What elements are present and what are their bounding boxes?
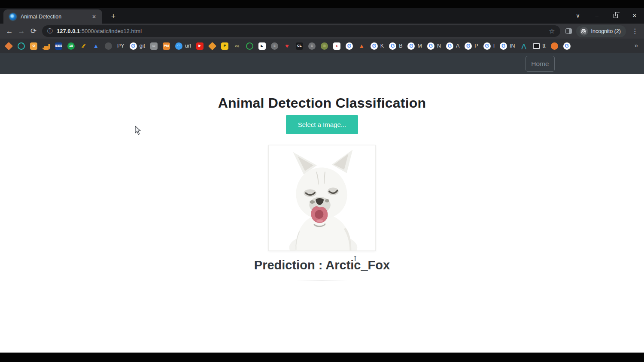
bookmark-url-cloud[interactable]: ◠url [175,42,191,50]
bookmark-google-m-icon: G [407,42,415,50]
bookmark-orange-diamond[interactable] [209,42,216,50]
bookmark-ieee[interactable]: IEEE [55,42,62,50]
bookmark-s-gray-1[interactable]: S [271,42,278,50]
url-text: 127.0.0.1:5000/static/index12.html [57,28,545,34]
bookmark-url-cloud-label: url [185,43,191,49]
bookmark-binoculars[interactable]: ∞ [234,42,241,50]
bookmark-google-ads[interactable]: ▲ [92,42,100,50]
bookmark-slides-red[interactable]: s [333,42,340,50]
tab-favicon-icon [9,13,16,20]
bookmark-orange-sun-icon [551,42,558,50]
incognito-badge: Incognito (2) [576,25,626,37]
bookmark-olive-circle-icon: ◎ [321,42,328,50]
bookmark-green-ring-icon [246,42,253,50]
tab-search-icon[interactable]: ∨ [568,9,587,23]
bookmarks-bar: G▂▄▆IEEE18∕∕▲PYGgit▭PM◠url▶P∞◣S♥CLS◎sG▲G… [0,39,644,53]
bookmark-pm-orange[interactable]: PM [163,42,170,50]
browser-toolbar: ← → ⟳ ⓘ 127.0.0.1:5000/static/index12.ht… [0,24,644,39]
bookmark-s-gray-1-icon: S [271,42,278,50]
bookmark-google-a[interactable]: GA [446,42,459,50]
bookmark-ieee-icon: IEEE [55,42,62,50]
bookmark-google-b[interactable]: GB [389,42,402,50]
bookmark-yellow-slashes-icon: ∕∕ [80,42,87,50]
bookmark-yellow-slashes[interactable]: ∕∕ [80,42,87,50]
reload-button[interactable]: ⟳ [27,25,39,37]
bookmark-slides-red-icon: s [333,42,340,50]
bookmark-google-i[interactable]: GI [483,42,495,50]
bookmark-pm-orange-icon: PM [163,42,170,50]
browser-tab-active[interactable]: Animal-Detection ✕ [3,9,102,24]
bookmarks-overflow-icon[interactable]: » [635,42,638,49]
bookmark-google-1[interactable]: G [346,42,353,50]
bookmark-google-in-icon: G [500,42,507,50]
bookmark-monitor-tt[interactable]: tt [533,43,546,49]
incognito-icon [580,27,588,36]
bookmark-google-ads-icon: ▲ [92,42,100,50]
bookmark-orange-arrow[interactable] [5,42,12,50]
bookmark-teal-ring-logo[interactable] [18,42,25,50]
bookmark-olive-circle[interactable]: ◎ [321,42,328,50]
bookmark-gray-briefcase-icon: ▭ [150,42,158,50]
bookmark-binoculars-icon: ∞ [234,42,241,50]
bookmark-teal-ring-logo-icon [18,42,25,50]
bookmark-orange-sun[interactable] [551,42,558,50]
bookmark-yellow-p[interactable]: P [221,42,228,50]
tab-close-icon[interactable]: ✕ [90,13,98,21]
bookmark-google-git-icon: G [130,42,137,50]
bookmark-orange-building[interactable]: G [30,42,37,50]
url-host: 127.0.0.1 [57,28,80,34]
bookmark-star-icon[interactable]: ☆ [549,27,555,35]
bookmark-google-k[interactable]: GK [371,42,384,50]
select-image-button[interactable]: Select a Image... [286,115,358,134]
bookmark-google-m[interactable]: GM [407,42,422,50]
page-title: Animal Detection Classification [0,95,644,111]
bookmark-bar-chart[interactable]: ▂▄▆ [43,42,50,50]
bookmark-teal-mountain[interactable]: ⋀ [520,42,528,50]
browser-menu-icon[interactable]: ⋮ [629,27,641,35]
bookmark-github[interactable] [105,42,112,50]
bookmark-yellow-p-icon: P [221,42,228,50]
divider-line [296,280,348,281]
bookmark-google-git-label: git [140,43,145,49]
url-path: :5000/static/index12.html [80,28,142,34]
forward-button[interactable]: → [15,25,27,37]
bookmark-s-gray-2-icon: S [308,42,316,50]
bookmark-google-p[interactable]: GP [465,42,478,50]
bookmark-google-git[interactable]: Ggit [130,42,145,50]
site-info-icon[interactable]: ⓘ [47,27,53,35]
arctic-fox-illustration [269,145,375,250]
bookmark-bird-logo-icon: ◣ [258,42,266,50]
window-close-button[interactable]: ✕ [625,9,644,23]
address-bar[interactable]: ⓘ 127.0.0.1:5000/static/index12.html ☆ [42,25,560,37]
window-restore-button[interactable] [606,9,625,23]
bookmark-heart-icon: ♥ [283,42,291,50]
bookmark-cl-black[interactable]: CL [296,42,303,50]
bookmark-18-badge[interactable]: 18 [67,42,75,50]
bookmark-youtube[interactable]: ▶ [196,42,204,50]
window-controls: ∨ – ✕ [568,8,644,24]
bookmark-google-in[interactable]: GIN [500,42,515,50]
bookmark-google-2[interactable]: G [563,42,571,50]
new-tab-button[interactable]: + [108,12,118,22]
bookmark-google-k-icon: G [371,42,378,50]
letterbox-top [0,0,644,8]
bookmark-google-n-label: N [437,43,441,49]
home-button[interactable]: Home [526,56,555,72]
window-minimize-button[interactable]: – [587,9,606,23]
bookmark-green-ring[interactable] [246,42,253,50]
bookmark-google-p-icon: G [465,42,472,50]
bookmark-google-i-label: I [493,43,495,49]
bookmark-github-icon [105,42,112,50]
bookmark-google-n[interactable]: GN [427,42,441,50]
back-button[interactable]: ← [3,25,15,37]
bookmark-matlab[interactable]: ▲ [358,42,365,50]
prediction-text: Prediction : Arctic_Fox [0,258,644,272]
bookmark-s-gray-2[interactable]: S [308,42,316,50]
bookmark-heart[interactable]: ♥ [283,42,291,50]
letterbox-bottom [0,353,644,362]
bookmark-gray-briefcase[interactable]: ▭ [150,42,158,50]
bookmark-bird-logo[interactable]: ◣ [258,42,266,50]
bookmark-py[interactable]: PY [117,43,125,49]
side-panel-icon[interactable] [565,28,572,34]
bookmark-18-badge-icon: 18 [67,42,75,50]
